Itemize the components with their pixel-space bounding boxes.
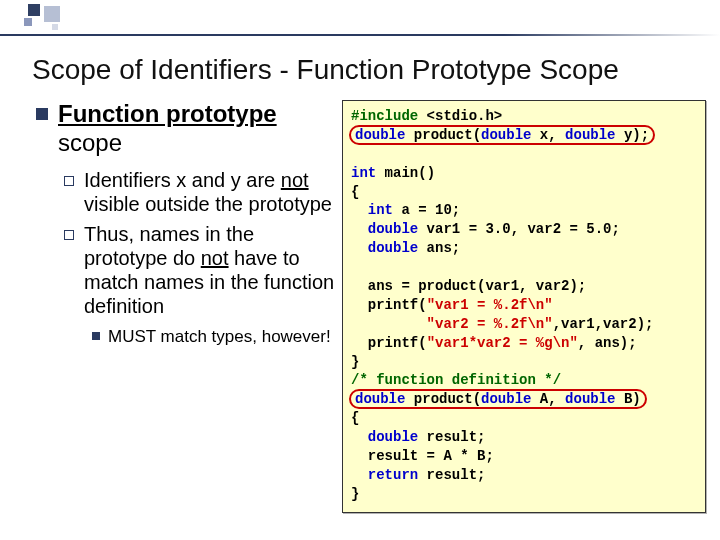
- code-text: var1 = 3.0, var2 = 5.0;: [418, 221, 620, 237]
- highlight-prototype: double product(double x, double y);: [349, 125, 655, 145]
- bullet-level3-group: MUST match types, however!: [92, 326, 336, 347]
- code-text: {: [351, 410, 359, 426]
- bullet-column: Function prototype scope Identifiers x a…: [36, 100, 336, 530]
- code-text: main(): [376, 165, 435, 181]
- code-kw: double: [565, 391, 615, 407]
- code-kw: double: [351, 221, 418, 237]
- bullet-level2-group: Identifiers x and y are not visible outs…: [64, 168, 336, 347]
- underline-not: not: [281, 169, 309, 191]
- bullet-level2: Thus, names in the prototype do not have…: [64, 222, 336, 318]
- slide: Scope of Identifiers - Function Prototyp…: [0, 0, 720, 540]
- decorative-corner: [0, 0, 90, 36]
- bullet-level3: MUST match types, however!: [92, 326, 336, 347]
- code-text: {: [351, 184, 359, 200]
- bullet-text: Thus, names in the prototype do not have…: [84, 222, 336, 318]
- content-area: Function prototype scope Identifiers x a…: [36, 100, 706, 530]
- bullet-level2: Identifiers x and y are not visible outs…: [64, 168, 336, 216]
- code-text: y);: [616, 127, 650, 143]
- code-kw: double: [481, 127, 531, 143]
- code-text: result;: [418, 429, 485, 445]
- code-kw: int: [351, 202, 393, 218]
- code-kw: double: [355, 391, 405, 407]
- bullet-text: Identifiers x and y are not visible outs…: [84, 168, 336, 216]
- code-kw: return: [351, 467, 418, 483]
- code-kw: double: [481, 391, 531, 407]
- code-text: result;: [418, 467, 485, 483]
- code-text: a = 10;: [393, 202, 460, 218]
- code-kw: double: [565, 127, 615, 143]
- bullet-text: Function prototype scope: [58, 100, 336, 158]
- code-text: ,var1,var2);: [553, 316, 654, 332]
- code-string: "var1 = %.2f\n": [427, 297, 553, 313]
- underline-not: not: [201, 247, 229, 269]
- code-preproc: #include: [351, 108, 418, 124]
- code-string: "var1*var2 = %g\n": [427, 335, 578, 351]
- code-text: B): [616, 391, 641, 407]
- code-text: printf(: [351, 335, 427, 351]
- t: Identifiers x and y are: [84, 169, 281, 191]
- code-text: printf(: [351, 297, 427, 313]
- code-text: x,: [531, 127, 565, 143]
- bullet-square-icon: [36, 108, 48, 120]
- code-blank: [351, 146, 359, 162]
- code-string: "var2 = %.2f\n": [351, 316, 553, 332]
- highlight-definition: double product(double A, double B): [349, 389, 647, 409]
- code-text: ans;: [418, 240, 460, 256]
- code-blank: [351, 259, 359, 275]
- bullet-open-square-icon: [64, 176, 74, 186]
- bullet-text: MUST match types, however!: [108, 326, 331, 347]
- code-comment: /* function definition */: [351, 372, 561, 388]
- code-kw: int: [351, 165, 376, 181]
- bullet-head-rest: scope: [58, 129, 122, 156]
- code-kw: double: [351, 240, 418, 256]
- code-text: A,: [531, 391, 565, 407]
- t: visible outside the prototype: [84, 193, 332, 215]
- code-column: #include <stdio.h> double product(double…: [342, 100, 706, 530]
- slide-title: Scope of Identifiers - Function Prototyp…: [32, 54, 700, 86]
- code-kw: double: [355, 127, 405, 143]
- code-text: <stdio.h>: [418, 108, 502, 124]
- bullet-open-square-icon: [64, 230, 74, 240]
- code-text: , ans);: [578, 335, 637, 351]
- bullet-level1: Function prototype scope: [36, 100, 336, 158]
- code-listing: #include <stdio.h> double product(double…: [342, 100, 706, 513]
- code-text: product(: [405, 127, 481, 143]
- code-text: result = A * B;: [351, 448, 494, 464]
- bullet-small-square-icon: [92, 332, 100, 340]
- code-kw: double: [351, 429, 418, 445]
- code-text: ans = product(var1, var2);: [351, 278, 586, 294]
- code-text: }: [351, 354, 359, 370]
- code-text: product(: [405, 391, 481, 407]
- code-text: }: [351, 486, 359, 502]
- bullet-head-bold: Function prototype: [58, 100, 277, 127]
